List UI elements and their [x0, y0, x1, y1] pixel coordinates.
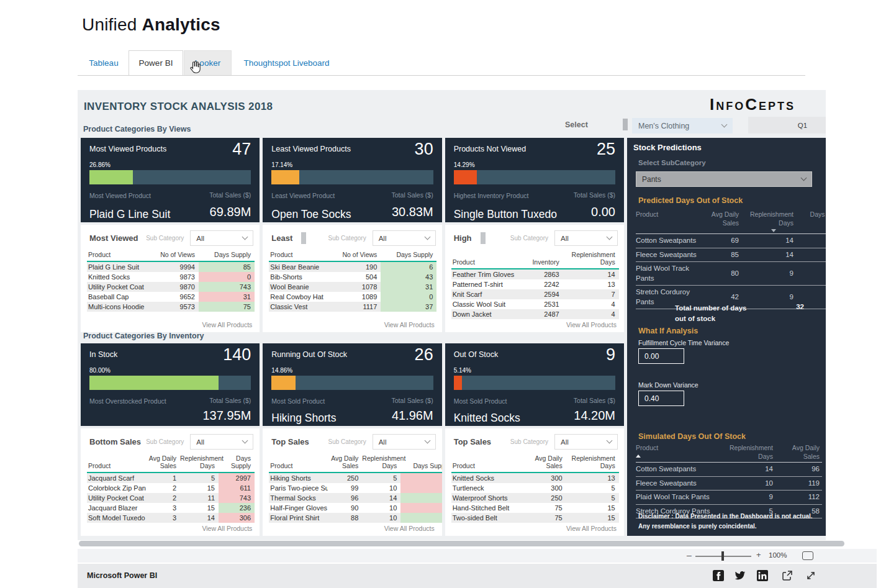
col-header[interactable]: Product	[269, 453, 328, 473]
subcategory-filter-dropdown[interactable]: All	[373, 230, 436, 246]
cell-product: Turtleneck	[451, 483, 520, 493]
view-all-products-link[interactable]: View All Products	[384, 525, 435, 532]
table-title: Most Viewed	[89, 233, 138, 243]
tab-underline	[78, 75, 805, 76]
tab-power-bi[interactable]: Power BI	[129, 50, 183, 75]
table-row: Knitted Socks 300 13	[451, 473, 619, 483]
kpi-card[interactable]: Products Not Viewed 25 14.29% Highest In…	[445, 138, 624, 222]
kpi-card[interactable]: In Stock 140 80.00% Most Overstocked Pro…	[81, 343, 260, 426]
col-header[interactable]: Product	[87, 250, 156, 261]
col-header[interactable]: Inventory	[521, 250, 563, 269]
col-header[interactable]: Days Supply	[219, 453, 255, 473]
expand-diagonal-icon[interactable]	[805, 570, 816, 581]
kpi-card[interactable]: Most Viewed Products 47 26.86% Most View…	[81, 138, 260, 222]
subcategory-dropdown[interactable]: Pants	[636, 171, 812, 187]
view-all-products-link[interactable]: View All Products	[384, 321, 435, 328]
filter-value: All	[379, 235, 387, 242]
zoom-percent: 100%	[769, 551, 787, 559]
cell-avg-daily-sales: 250	[328, 473, 362, 483]
col-header[interactable]: Product	[451, 453, 520, 473]
cell-avg-daily-sales: 112	[775, 491, 822, 505]
slicer-focus-handle[interactable]	[301, 232, 306, 244]
table-row: Two-sided Belt 75 15	[451, 513, 619, 523]
cell-product: Real Cowboy Hat	[269, 292, 338, 302]
col-header[interactable]: Avg Daily Sales	[328, 453, 362, 473]
kpi-card[interactable]: Running Out Of Stock 26 14.86% Most Sold…	[263, 343, 441, 426]
col-header[interactable]: Replenishment Days	[563, 250, 619, 269]
kpi-right-label: Total Sales ($)	[574, 397, 615, 404]
slicer-focus-handle[interactable]	[623, 119, 628, 130]
zoom-in-button[interactable]: +	[756, 550, 761, 559]
tab-thoughtspot-liveboard[interactable]: Thoughtspot Liveboard	[236, 50, 337, 75]
facebook-icon[interactable]	[713, 570, 724, 581]
col-header[interactable]: Days Supply	[381, 250, 436, 261]
col-header[interactable]: Product	[451, 250, 521, 269]
kpi-product-name: Knitted Socks	[454, 412, 520, 425]
col-header[interactable]: Avg Daily Sales	[520, 453, 566, 473]
view-all-products-link[interactable]: View All Products	[202, 321, 252, 328]
tables-row-sales: Bottom Sales Sub Category All Product Av…	[81, 428, 624, 536]
col-header[interactable]: Replenishment Days	[362, 453, 400, 473]
linkedin-icon[interactable]	[757, 570, 768, 581]
subcategory-filter-dropdown[interactable]: All	[190, 434, 253, 450]
cell-days-supply: 31	[381, 282, 436, 292]
col-header[interactable]: Avg Daily Sales	[775, 442, 822, 463]
cell-product: Floral Print Shirt	[269, 513, 328, 523]
twitter-icon[interactable]	[735, 570, 746, 581]
cell-replenishment-days: 4	[563, 299, 619, 309]
tab-tableau[interactable]: Tableau	[79, 50, 129, 75]
cell-replenishment-days: 5	[362, 473, 400, 483]
quarter-q1-button[interactable]: Q1	[748, 117, 826, 133]
cell-days-supply: 743	[199, 282, 255, 292]
table-row: Classic Wool Suit 2531 4	[451, 299, 619, 309]
subcategory-filter-dropdown[interactable]: All	[373, 434, 436, 450]
cell-avg-daily-sales: 88	[328, 513, 362, 523]
cell-days-supply: 306	[219, 513, 255, 523]
markdown-variance-input[interactable]: 0.40	[638, 391, 684, 406]
zoom-slider-handle[interactable]	[721, 551, 724, 561]
slicer-focus-handle[interactable]	[481, 232, 486, 244]
cell-product: Knitted Socks	[451, 473, 520, 483]
kpi-card[interactable]: Out Of Stock 9 5.14% Most Sold Product T…	[445, 343, 624, 426]
col-header[interactable]: Replenishment Days	[566, 453, 619, 473]
col-header[interactable]: Days Supply	[199, 250, 255, 261]
cell-replenishment-days: 9	[723, 491, 775, 505]
col-header[interactable]: Avg Daily Sales	[146, 453, 180, 473]
zoom-out-button[interactable]: –	[687, 550, 692, 560]
category-dropdown[interactable]: Men's Clothing	[632, 118, 733, 133]
cell-avg-daily-sales: 2	[146, 493, 180, 503]
cell-product: Feather Trim Gloves	[451, 269, 521, 279]
col-header[interactable]: Avg Daily Sales	[703, 209, 741, 234]
cell-product: Waterproof Shorts	[451, 493, 520, 503]
subcategory-filter-dropdown[interactable]: All	[190, 230, 253, 246]
col-header[interactable]: Replenishment Days	[180, 453, 219, 473]
kpi-total-sales: 41.96M	[392, 409, 433, 423]
powerbi-footer: Microsoft Power BI	[78, 564, 877, 588]
fulfillment-variance-input[interactable]: 0.00	[638, 348, 684, 364]
subcategory-filter-dropdown[interactable]: All	[554, 434, 618, 450]
subcategory-dropdown-value: Pants	[642, 175, 661, 184]
col-header[interactable]: Product	[636, 442, 723, 463]
col-header[interactable]: Product	[636, 209, 703, 234]
col-header[interactable]: Replenishment Days	[723, 442, 775, 463]
kpi-card[interactable]: Least Viewed Products 30 17.14% Least Vi…	[263, 138, 441, 222]
subcategory-filter-dropdown[interactable]: All	[554, 230, 618, 246]
col-header[interactable]: Days Supply	[400, 453, 441, 473]
col-header[interactable]: No of Views	[156, 250, 199, 261]
kpi-title: Least Viewed Products	[271, 145, 351, 153]
view-all-products-link[interactable]: View All Products	[202, 525, 252, 532]
col-header[interactable]: Replenishment Days	[741, 209, 796, 234]
share-icon[interactable]	[782, 570, 793, 581]
cell-days-supply: 31	[199, 292, 255, 302]
cell-replenishment-days: 15	[180, 483, 219, 493]
col-header[interactable]: Product	[87, 453, 146, 473]
fit-to-page-icon[interactable]	[802, 551, 813, 560]
col-header[interactable]: No of Views	[338, 250, 381, 261]
cell-product: Plaid G Line Suit	[87, 261, 156, 272]
view-all-products-link[interactable]: View All Products	[566, 321, 617, 328]
col-header[interactable]: Product	[269, 250, 338, 261]
view-all-products-link[interactable]: View All Products	[566, 525, 617, 532]
horizontal-scrollbar[interactable]	[79, 541, 844, 546]
sort-ascending-icon	[636, 455, 641, 458]
col-header[interactable]: Days Out of stock	[796, 209, 826, 234]
